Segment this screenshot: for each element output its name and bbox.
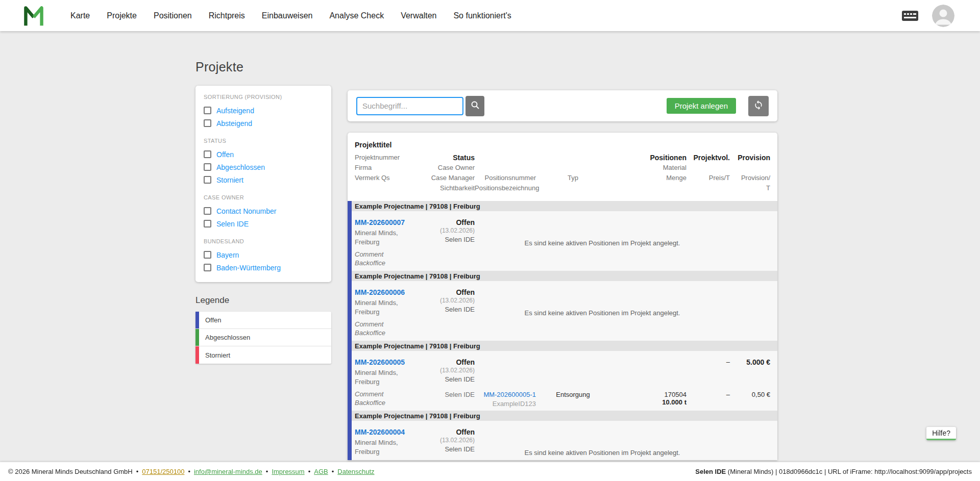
nav-item-analyse-check[interactable]: Analyse Check (329, 11, 384, 20)
filter-option-absteigend[interactable]: Absteigend (204, 117, 323, 130)
nav-item-richtpreis[interactable]: Richtpreis (209, 11, 245, 20)
no-positions-note: Es sind keine aktiven Positionen im Proj… (525, 239, 680, 247)
project-owner: Selen IDE (426, 375, 475, 383)
col-positionen: Positionen (610, 154, 687, 164)
project-company: Mineral Minds, Freiburg (355, 438, 412, 457)
filter-section-label: BUNDESLAND (204, 238, 323, 244)
project-group[interactable]: Example Projectname | 79108 | Freiburg M… (348, 201, 777, 271)
filter-option-label: Baden-Württemberg (216, 264, 281, 272)
col-projektvol: Projektvol. (687, 154, 730, 164)
col-positionsbezeichnung: Positionsbezeichnung (475, 184, 536, 194)
footer: © 2026 Mineral Minds Deutschland GmbH • … (0, 462, 980, 481)
mineral-minds-logo-icon[interactable] (22, 5, 45, 27)
project-cell-title: MM-202600007 Mineral Minds, Freiburg Com… (355, 218, 426, 267)
filter-option-baden-wuerttemberg[interactable]: Baden-Württemberg (204, 261, 323, 274)
filter-option-bayern[interactable]: Bayern (204, 248, 323, 261)
filter-option-aufsteigend[interactable]: Aufsteigend (204, 104, 323, 117)
footer-agb-link[interactable]: AGB (314, 468, 328, 475)
col-status: Status (426, 154, 475, 164)
filter-section-case-owner: CASE OWNER Contact Nonumber Selen IDE (204, 194, 323, 230)
filter-option-label: Aufsteigend (216, 107, 254, 115)
project-owner: Selen IDE (426, 445, 475, 453)
checkbox-contact-nonumber[interactable] (204, 207, 211, 215)
footer-copyright: © 2026 Mineral Minds Deutschland GmbH (8, 468, 133, 475)
position-material: 170504 (610, 391, 687, 398)
project-group[interactable]: Example Projectname | 79108 | Freiburg M… (348, 341, 777, 411)
project-comment: Comment (355, 390, 426, 398)
project-group[interactable]: Example Projectname | 79108 | Freiburg M… (348, 411, 777, 460)
col-material: Material (610, 164, 687, 174)
nav-item-so-funktionierts[interactable]: So funktioniert's (453, 11, 511, 20)
nav-item-verwalten[interactable]: Verwalten (401, 11, 436, 20)
col-provision-t-1: Provision/ (730, 174, 770, 184)
legend-label: Abgeschlossen (205, 334, 250, 341)
filter-option-offen[interactable]: Offen (204, 148, 323, 161)
col-preis-t: Preis/T (687, 174, 730, 184)
nav-item-einbauweisen[interactable]: Einbauweisen (262, 11, 313, 20)
project-group-title: Example Projectname | 79108 | Freiburg (355, 272, 480, 280)
position-provision-t: 0,50 € (730, 391, 770, 398)
keyboard-icon[interactable] (901, 10, 919, 21)
help-button[interactable]: Hilfe? (926, 427, 956, 440)
project-group-title: Example Projectname | 79108 | Freiburg (355, 412, 480, 420)
position-number-link[interactable]: MM-202600005-1 (475, 391, 536, 398)
checkbox-offen[interactable] (204, 150, 211, 158)
search-input[interactable] (356, 97, 463, 115)
project-group[interactable]: Example Projectname | 79108 | Freiburg M… (348, 271, 777, 341)
nav-item-projekte[interactable]: Projekte (107, 11, 137, 20)
nav-item-karte[interactable]: Karte (70, 11, 90, 20)
toolbar: Projekt anlegen (348, 90, 777, 121)
filter-sidebar: SORTIERUNG (PROVISION) Aufsteigend Abste… (195, 86, 331, 364)
filter-option-abgeschlossen[interactable]: Abgeschlossen (204, 161, 323, 173)
nav-item-positionen[interactable]: Positionen (154, 11, 192, 20)
checkbox-abgeschlossen[interactable] (204, 163, 211, 171)
col-sichtbarkeit: Sichtbarkeit (426, 184, 475, 194)
footer-left: © 2026 Mineral Minds Deutschland GmbH • … (8, 468, 375, 475)
footer-separator: • (266, 468, 268, 475)
checkbox-absteigend[interactable] (204, 119, 211, 127)
project-company: Mineral Minds, Freiburg (355, 229, 412, 247)
project-cell-title: MM-202600005 Mineral Minds, Freiburg Com… (355, 358, 426, 407)
project-group-header: Example Projectname | 79108 | Freiburg (348, 411, 777, 421)
filter-option-contact-nonumber[interactable]: Contact Nonumber (204, 205, 323, 217)
search-button[interactable] (465, 96, 484, 116)
filter-option-label: Selen IDE (216, 220, 249, 228)
project-cell-title: MM-202600004 Mineral Minds, Freiburg (355, 428, 426, 457)
project-backoffice: Backoffice (355, 259, 426, 267)
project-group-header: Example Projectname | 79108 | Freiburg (348, 271, 777, 281)
project-backoffice: Backoffice (355, 328, 426, 337)
legend-color-done (195, 329, 199, 346)
legend-item-offen: Offen (195, 312, 331, 329)
position-typ: Entsorgung (536, 391, 610, 398)
filter-option-storniert[interactable]: Storniert (204, 173, 323, 186)
filter-option-label: Bayern (216, 251, 239, 259)
project-owner: Selen IDE (426, 236, 475, 243)
project-cell-status: Offen (13.02.2026) Selen IDE (426, 288, 475, 313)
footer-datenschutz-link[interactable]: Datenschutz (337, 468, 374, 475)
magnifier-icon (471, 100, 480, 111)
footer-phone-link[interactable]: 07151/250100 (142, 468, 184, 475)
create-project-button[interactable]: Projekt anlegen (667, 98, 736, 114)
checkbox-baden-wuerttemberg[interactable] (204, 264, 211, 271)
footer-separator: • (188, 468, 190, 475)
project-number-link[interactable]: MM-202600005 (355, 358, 405, 366)
checkbox-bayern[interactable] (204, 251, 211, 259)
project-backoffice: Backoffice (355, 398, 426, 407)
project-number-link[interactable]: MM-202600004 (355, 428, 405, 436)
checkbox-storniert[interactable] (204, 176, 211, 184)
checkbox-aufsteigend[interactable] (204, 107, 211, 114)
project-number-link[interactable]: MM-202600006 (355, 288, 405, 296)
filter-panel: SORTIERUNG (PROVISION) Aufsteigend Abste… (195, 86, 331, 282)
checkbox-selen-ide[interactable] (204, 220, 211, 227)
avatar-icon[interactable] (932, 5, 954, 27)
filter-option-selen-ide[interactable]: Selen IDE (204, 217, 323, 230)
filter-section-label: CASE OWNER (204, 194, 323, 200)
col-firma: Firma (355, 164, 426, 174)
col-typ: Typ (536, 174, 610, 184)
footer-email-link[interactable]: info@mineral-minds.de (194, 468, 262, 475)
project-number-link[interactable]: MM-202600007 (355, 218, 405, 226)
filter-option-label: Abgeschlossen (216, 163, 265, 171)
filter-option-label: Storniert (216, 176, 243, 184)
refresh-button[interactable] (748, 96, 769, 116)
footer-impressum-link[interactable]: Impressum (272, 468, 304, 475)
